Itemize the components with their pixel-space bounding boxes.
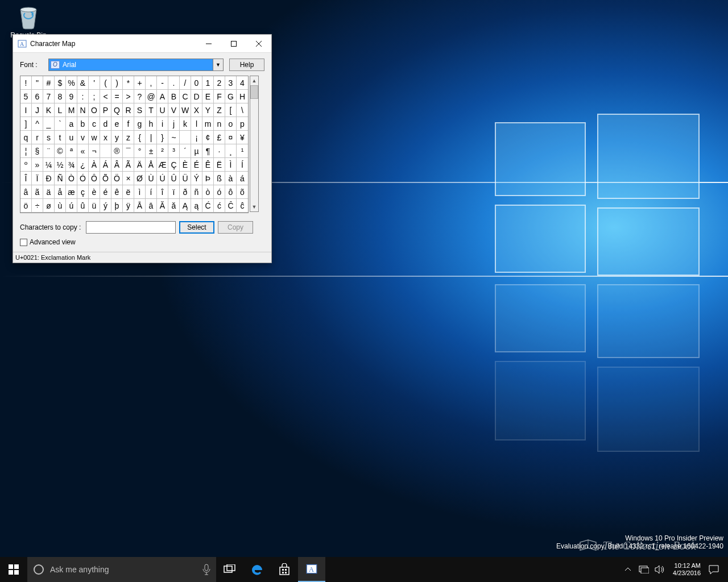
char-cell[interactable]: 5	[20, 90, 32, 103]
char-cell[interactable]: Ý	[191, 172, 202, 185]
char-cell[interactable]: ~	[168, 131, 180, 144]
char-cell[interactable]: ą	[191, 199, 202, 213]
scrollbar[interactable]: ▲ ▼	[250, 76, 259, 212]
char-cell[interactable]: h	[146, 117, 157, 131]
char-cell[interactable]: ²	[157, 144, 168, 158]
char-cell[interactable]: 2	[214, 76, 225, 90]
char-cell[interactable]: ü	[89, 199, 100, 213]
char-cell[interactable]: Ĉ	[225, 199, 237, 213]
char-cell[interactable]: ô	[225, 185, 237, 199]
char-cell[interactable]: ×	[123, 172, 134, 185]
char-cell[interactable]: A	[157, 90, 168, 103]
char-cell[interactable]: S	[134, 103, 146, 117]
char-cell[interactable]: 7	[43, 90, 55, 103]
char-cell[interactable]: Á	[100, 158, 111, 172]
char-cell[interactable]: ©	[55, 144, 66, 158]
char-cell[interactable]: |	[146, 131, 157, 144]
char-cell[interactable]: s	[43, 131, 55, 144]
char-cell[interactable]: Õ	[100, 172, 111, 185]
char-cell[interactable]: É	[191, 158, 202, 172]
char-cell[interactable]: ¸	[225, 144, 237, 158]
char-cell[interactable]: Â	[111, 158, 123, 172]
char-cell[interactable]: ã	[32, 185, 43, 199]
char-cell[interactable]: Å	[146, 158, 157, 172]
char-cell[interactable]: ¬	[89, 144, 100, 158]
char-cell[interactable]: Đ	[43, 172, 55, 185]
char-cell[interactable]: N	[77, 103, 89, 117]
char-cell[interactable]: È	[180, 158, 191, 172]
char-cell[interactable]: x	[100, 131, 111, 144]
char-cell[interactable]: +	[134, 76, 146, 90]
char-cell[interactable]: {	[134, 131, 146, 144]
char-cell[interactable]: g	[134, 117, 146, 131]
char-cell[interactable]: a	[66, 117, 77, 131]
char-cell[interactable]: ¼	[43, 158, 55, 172]
char-cell[interactable]: ë	[123, 185, 134, 199]
select-button[interactable]: Select	[179, 221, 214, 234]
char-cell[interactable]: Í	[237, 158, 248, 172]
char-cell[interactable]: .	[168, 76, 180, 90]
char-cell[interactable]: #	[43, 76, 55, 90]
char-cell[interactable]: ;	[89, 90, 100, 103]
char-cell[interactable]: ă	[168, 199, 180, 213]
char-cell[interactable]: ø	[43, 199, 55, 213]
char-cell[interactable]: Ó	[77, 172, 89, 185]
char-cell[interactable]: Þ	[202, 172, 214, 185]
char-cell[interactable]: Î	[20, 172, 32, 185]
char-cell[interactable]: ´	[180, 144, 191, 158]
char-cell[interactable]: »	[32, 158, 43, 172]
font-select[interactable]: O Arial ▼	[48, 59, 224, 71]
char-cell[interactable]	[180, 131, 191, 144]
char-cell[interactable]: Ü	[180, 172, 191, 185]
char-cell[interactable]: ³	[168, 144, 180, 158]
scroll-up-icon[interactable]: ▲	[250, 76, 258, 85]
char-cell[interactable]: @	[146, 90, 157, 103]
char-cell[interactable]: Ç	[168, 158, 180, 172]
char-cell[interactable]: ñ	[191, 185, 202, 199]
char-cell[interactable]: <	[100, 90, 111, 103]
char-cell[interactable]: Ï	[32, 172, 43, 185]
char-cell[interactable]: Z	[214, 103, 225, 117]
char-cell[interactable]: Ö	[111, 172, 123, 185]
charmap-task-button[interactable]: A	[298, 557, 325, 582]
char-cell[interactable]: F	[214, 90, 225, 103]
char-cell[interactable]: %	[66, 76, 77, 90]
char-cell[interactable]: ]	[20, 117, 32, 131]
char-cell[interactable]: °	[134, 144, 146, 158]
char-cell[interactable]: u	[66, 131, 77, 144]
char-cell[interactable]: Ø	[134, 172, 146, 185]
char-cell[interactable]: ¦	[20, 144, 32, 158]
char-cell[interactable]: H	[237, 90, 248, 103]
char-cell[interactable]: z	[123, 131, 134, 144]
network-icon[interactable]	[636, 566, 651, 573]
char-cell[interactable]: &	[77, 76, 89, 90]
search-box[interactable]: Ask me anything	[27, 557, 216, 582]
char-cell[interactable]: ù	[55, 199, 66, 213]
char-cell[interactable]: B	[168, 90, 180, 103]
char-cell[interactable]: ĉ	[237, 199, 248, 213]
char-cell[interactable]: ·	[214, 144, 225, 158]
char-cell[interactable]: >	[123, 90, 134, 103]
char-cell[interactable]: ò	[202, 185, 214, 199]
char-cell[interactable]: :	[77, 90, 89, 103]
char-cell[interactable]: Ā	[134, 199, 146, 213]
char-cell[interactable]: d	[100, 117, 111, 131]
char-cell[interactable]: Û	[168, 172, 180, 185]
char-cell[interactable]: $	[55, 76, 66, 90]
char-cell[interactable]: ÿ	[123, 199, 134, 213]
char-cell[interactable]: w	[89, 131, 100, 144]
char-cell[interactable]: §	[32, 144, 43, 158]
char-cell[interactable]: Ê	[202, 158, 214, 172]
char-cell[interactable]: á	[237, 172, 248, 185]
char-cell[interactable]: ð	[180, 185, 191, 199]
tray-chevron-up-icon[interactable]	[621, 567, 635, 572]
char-cell[interactable]: í	[146, 185, 157, 199]
char-cell[interactable]: t	[55, 131, 66, 144]
help-button[interactable]: Help	[229, 59, 264, 71]
char-cell[interactable]: ï	[168, 185, 180, 199]
char-cell[interactable]: ?	[134, 90, 146, 103]
copy-button[interactable]: Copy	[218, 221, 253, 234]
char-cell[interactable]: Ä	[134, 158, 146, 172]
char-cell[interactable]: ¤	[225, 131, 237, 144]
microphone-icon[interactable]	[202, 564, 210, 575]
